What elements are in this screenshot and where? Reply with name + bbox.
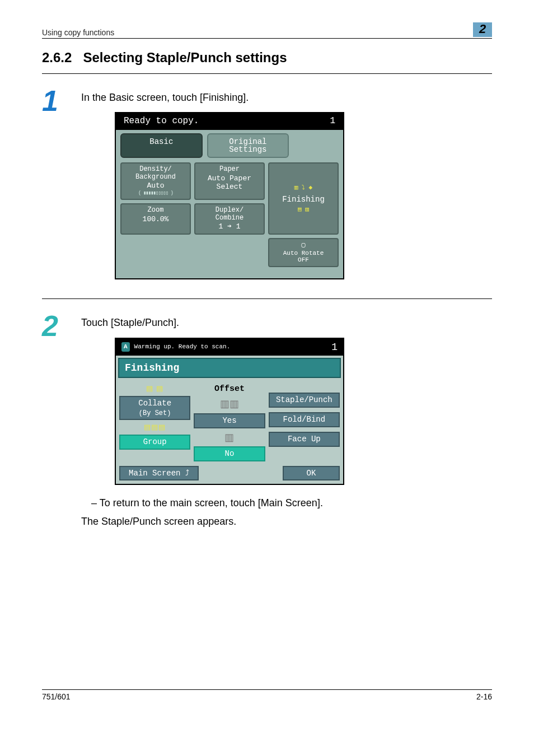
- tab-basic[interactable]: Basic: [120, 133, 203, 158]
- staple-punch-button[interactable]: Staple/Punch: [269, 393, 340, 408]
- footer-left: 751/601: [42, 692, 71, 701]
- page-footer: 751/601 2-16: [42, 689, 492, 701]
- fold-bind-button[interactable]: Fold/Bind: [269, 412, 340, 427]
- step-2: 2 Touch [Staple/Punch]. A Warming up. Re…: [42, 311, 492, 533]
- section-heading: 2.6.2 Selecting Staple/Punch settings: [42, 50, 492, 66]
- duplex-combine-button[interactable]: Duplex/ Combine 1 ➔ 1: [194, 203, 265, 235]
- finishing-button[interactable]: ▥ ⤵ ◆ Finishing ▤ ▥: [268, 162, 339, 235]
- group-icon: ▤▤▤: [119, 422, 190, 432]
- globe-icon[interactable]: A: [121, 342, 130, 352]
- offset-yes-button[interactable]: Yes: [194, 413, 265, 428]
- tab-original-settings[interactable]: Original Settings: [207, 133, 289, 158]
- copy-count: 1: [330, 115, 335, 128]
- step-2-note-2: The Staple/Punch screen appears.: [81, 515, 492, 528]
- section-number: 2.6.2: [42, 50, 72, 65]
- auto-rotate-icon: ▢: [301, 242, 305, 250]
- status-text-2: Warming up. Ready to scan.: [134, 343, 231, 351]
- finishing-icons-2: ▤ ▥: [270, 206, 336, 213]
- breadcrumb: Using copy functions: [42, 28, 114, 37]
- step-1-text: In the Basic screen, touch [Finishing].: [81, 91, 492, 104]
- offset-no-button[interactable]: No: [194, 446, 265, 461]
- offset-no-icon: ▥: [194, 431, 265, 444]
- rule-2: [42, 298, 492, 299]
- zoom-button[interactable]: Zoom 100.0%: [120, 203, 191, 235]
- step-number-2: 2: [42, 311, 81, 533]
- chapter-badge: 2: [473, 22, 492, 37]
- finishing-title: Finishing: [118, 358, 341, 378]
- collate-icon: ▤ ▤: [119, 384, 190, 394]
- page-header: Using copy functions 2: [42, 22, 492, 39]
- step-number-1: 1: [42, 86, 81, 291]
- density-background-button[interactable]: Density/ Background Auto ( ▮▮▮▮▮▯▯▯▯▯ ): [120, 162, 191, 200]
- offset-yes-icon: ▥▥: [194, 397, 265, 410]
- status-text: Ready to copy.: [124, 115, 199, 128]
- rule: [42, 73, 492, 74]
- collate-button[interactable]: Collate (By Set): [119, 396, 190, 421]
- finishing-icons: ▥ ⤵ ◆: [270, 184, 336, 192]
- auto-rotate-button[interactable]: ▢ Auto Rotate OFF: [268, 238, 339, 267]
- offset-label: Offset: [194, 384, 265, 395]
- step-2-text: Touch [Staple/Punch].: [81, 316, 492, 329]
- step-1: 1 In the Basic screen, touch [Finishing]…: [42, 86, 492, 291]
- copy-count-2: 1: [331, 340, 338, 354]
- ok-button[interactable]: OK: [283, 466, 340, 481]
- basic-screen-panel: Ready to copy. 1 Basic Original Settings…: [115, 112, 344, 279]
- face-up-button[interactable]: Face Up: [269, 432, 340, 447]
- finishing-screen-panel: A Warming up. Ready to scan. 1 Finishing…: [115, 338, 344, 486]
- main-screen-button[interactable]: Main Screen ⤴: [119, 466, 199, 481]
- paper-button[interactable]: Paper Auto Paper Select: [194, 162, 265, 200]
- step-2-note-1: – To return to the main screen, touch [M…: [81, 496, 492, 510]
- footer-right: 2-16: [476, 692, 492, 701]
- group-button[interactable]: Group: [119, 435, 190, 450]
- section-title-text: Selecting Staple/Punch settings: [83, 50, 287, 65]
